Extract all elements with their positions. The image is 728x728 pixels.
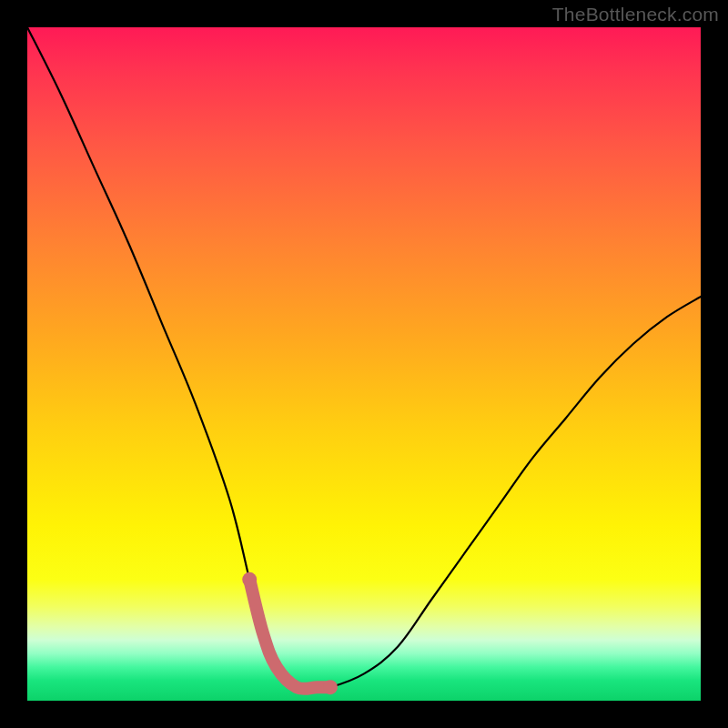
- watermark-text: TheBottleneck.com: [552, 4, 719, 25]
- trough-endpoint-right: [323, 680, 338, 694]
- bottleneck-curve: [27, 27, 701, 689]
- trough-highlight: [249, 580, 330, 689]
- chart-frame: TheBottleneck.com: [0, 0, 728, 728]
- curve-layer: [27, 27, 701, 701]
- trough-endpoint-left: [242, 572, 257, 587]
- plot-area: [27, 27, 701, 701]
